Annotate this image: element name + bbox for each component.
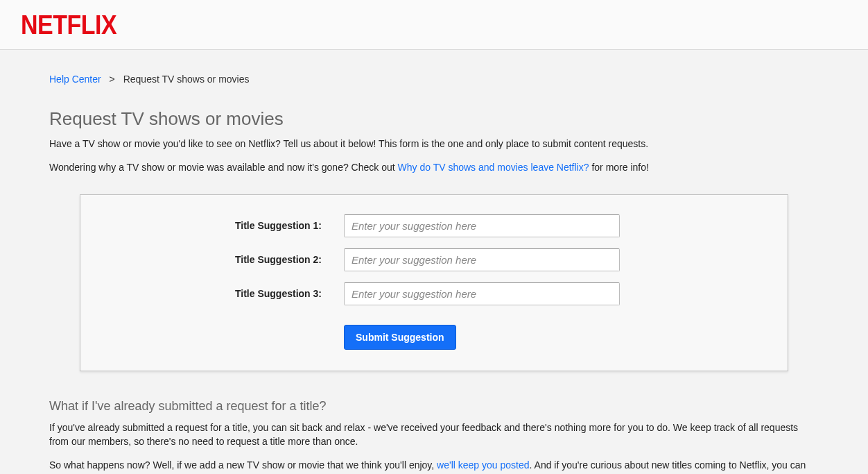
suggestion-form: Title Suggestion 1: Title Suggestion 2: … — [80, 194, 788, 371]
breadcrumb-separator: > — [110, 74, 115, 85]
intro-paragraph-2: Wondering why a TV show or movie was ava… — [49, 160, 819, 174]
breadcrumb-current: Request TV shows or movies — [123, 74, 250, 85]
form-row-3: Title Suggestion 3: — [108, 282, 760, 305]
breadcrumb-help-center-link[interactable]: Help Center — [49, 74, 101, 85]
title-suggestion-2-label: Title Suggestion 2: — [108, 254, 344, 265]
title-suggestion-3-label: Title Suggestion 3: — [108, 288, 344, 299]
intro-paragraph-1: Have a TV show or movie you'd like to se… — [49, 137, 819, 151]
title-suggestion-1-label: Title Suggestion 1: — [108, 220, 344, 231]
main-container: Help Center > Request TV shows or movies… — [49, 50, 819, 474]
form-row-2: Title Suggestion 2: — [108, 248, 760, 271]
faq-p2-a: So what happens now? Well, if we add a n… — [49, 459, 437, 471]
title-suggestion-3-input[interactable] — [344, 282, 620, 305]
intro2-text-a: Wondering why a TV show or movie was ava… — [49, 162, 398, 173]
faq-heading: What if I've already submitted a request… — [49, 399, 819, 414]
why-leave-link[interactable]: Why do TV shows and movies leave Netflix… — [398, 162, 589, 173]
netflix-logo[interactable]: NETFLIX — [21, 9, 116, 40]
title-suggestion-2-input[interactable] — [344, 248, 620, 271]
title-suggestion-1-input[interactable] — [344, 214, 620, 237]
form-row-1: Title Suggestion 1: — [108, 214, 760, 237]
breadcrumb: Help Center > Request TV shows or movies — [49, 69, 819, 89]
faq-paragraph-1: If you've already submitted a request fo… — [49, 421, 819, 449]
faq-p2-b: . And if you're curious about new titles… — [530, 459, 806, 471]
header: NETFLIX — [0, 0, 868, 50]
page-title: Request TV shows or movies — [49, 108, 819, 130]
intro2-text-b: for more info! — [589, 162, 649, 173]
submit-suggestion-button[interactable]: Submit Suggestion — [344, 325, 456, 350]
keep-posted-link[interactable]: we'll keep you posted — [437, 459, 529, 471]
form-submit-row: Submit Suggestion — [108, 325, 760, 350]
faq-paragraph-2: So what happens now? Well, if we add a n… — [49, 458, 819, 474]
